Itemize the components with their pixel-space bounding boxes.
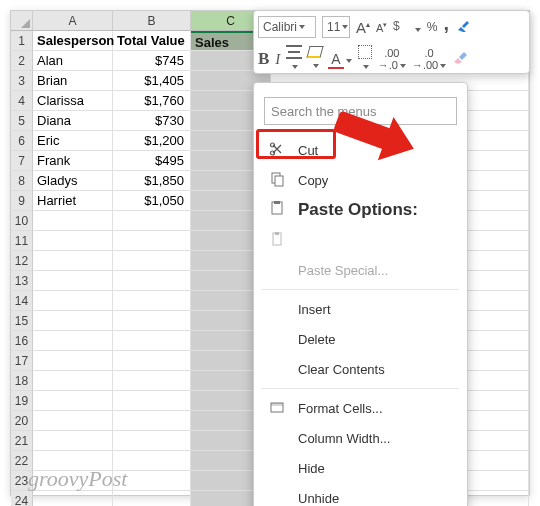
row-header[interactable]: 12: [11, 251, 33, 271]
menu-clear-contents[interactable]: Clear Contents: [254, 354, 467, 384]
cell[interactable]: Eric: [33, 131, 113, 151]
cell[interactable]: [33, 271, 113, 291]
row-header[interactable]: 7: [11, 151, 33, 171]
cell[interactable]: Brian: [33, 71, 113, 91]
cell[interactable]: [113, 271, 191, 291]
percent-format-icon[interactable]: %: [427, 20, 438, 34]
cell[interactable]: $1,050: [113, 191, 191, 211]
cell[interactable]: [33, 411, 113, 431]
decimal-increase-icon[interactable]: .0→.00: [412, 47, 446, 71]
cell[interactable]: $495: [113, 151, 191, 171]
row-header[interactable]: 2: [11, 51, 33, 71]
borders-button[interactable]: [358, 45, 372, 73]
cell[interactable]: $1,850: [113, 171, 191, 191]
cell[interactable]: Alan: [33, 51, 113, 71]
cell[interactable]: [113, 231, 191, 251]
row-header[interactable]: 5: [11, 111, 33, 131]
cell[interactable]: $1,200: [113, 131, 191, 151]
clipboard-icon: [268, 200, 286, 221]
row-header[interactable]: 13: [11, 271, 33, 291]
increase-font-icon[interactable]: A▴: [356, 19, 370, 36]
cell[interactable]: [33, 331, 113, 351]
cell[interactable]: [113, 411, 191, 431]
paste-icon: [268, 231, 286, 250]
svg-text:$: $: [393, 19, 400, 33]
cell[interactable]: $730: [113, 111, 191, 131]
column-header-a[interactable]: A: [33, 11, 113, 31]
watermark-text: groovyPost: [28, 466, 127, 492]
format-cells-icon: [268, 399, 286, 418]
cell[interactable]: [113, 491, 191, 506]
cell[interactable]: [33, 391, 113, 411]
menu-delete[interactable]: Delete: [254, 324, 467, 354]
column-header-b[interactable]: B: [113, 11, 191, 31]
cell[interactable]: [113, 331, 191, 351]
cell[interactable]: [113, 431, 191, 451]
decimal-decrease-icon[interactable]: .00→.0: [378, 47, 406, 71]
cell[interactable]: [33, 371, 113, 391]
row-header[interactable]: 24: [11, 491, 33, 506]
cell[interactable]: [33, 491, 113, 506]
cell[interactable]: [113, 291, 191, 311]
row-header[interactable]: 15: [11, 311, 33, 331]
cell[interactable]: Clarissa: [33, 91, 113, 111]
row-header[interactable]: 11: [11, 231, 33, 251]
cell[interactable]: Gladys: [33, 171, 113, 191]
cell[interactable]: [113, 351, 191, 371]
align-button[interactable]: [286, 45, 302, 73]
row-header[interactable]: 4: [11, 91, 33, 111]
cell[interactable]: [33, 291, 113, 311]
row-header[interactable]: 17: [11, 351, 33, 371]
cell[interactable]: [113, 251, 191, 271]
cell[interactable]: Salesperson: [33, 31, 113, 51]
italic-button[interactable]: I: [275, 51, 280, 68]
cell[interactable]: $1,760: [113, 91, 191, 111]
cell[interactable]: [33, 211, 113, 231]
cell[interactable]: [113, 211, 191, 231]
cell[interactable]: [33, 311, 113, 331]
row-header[interactable]: 3: [11, 71, 33, 91]
cell[interactable]: [113, 391, 191, 411]
row-header[interactable]: 21: [11, 431, 33, 451]
row-header[interactable]: 1: [11, 31, 33, 51]
row-header[interactable]: 19: [11, 391, 33, 411]
comma-format-icon[interactable]: ,: [443, 12, 449, 35]
cell[interactable]: Diana: [33, 111, 113, 131]
cell[interactable]: [33, 351, 113, 371]
cell[interactable]: $1,405: [113, 71, 191, 91]
font-size-select[interactable]: 11: [322, 16, 350, 38]
menu-unhide[interactable]: Unhide: [254, 483, 467, 506]
cell[interactable]: $745: [113, 51, 191, 71]
row-header[interactable]: 6: [11, 131, 33, 151]
row-header[interactable]: 9: [11, 191, 33, 211]
decrease-font-icon[interactable]: A▾: [376, 21, 387, 34]
menu-insert[interactable]: Insert: [254, 294, 467, 324]
menu-format-cells[interactable]: Format Cells...: [254, 393, 467, 423]
format-painter-icon[interactable]: [455, 18, 471, 37]
menu-paste-options: Paste Options:: [254, 195, 467, 225]
cell[interactable]: Total Value: [113, 31, 191, 51]
accounting-format-icon[interactable]: $: [393, 18, 420, 37]
cell[interactable]: [33, 231, 113, 251]
font-select[interactable]: Calibri: [258, 16, 316, 38]
cell[interactable]: [113, 311, 191, 331]
fill-color-button[interactable]: [308, 46, 322, 72]
select-all-corner[interactable]: [11, 11, 33, 31]
row-header[interactable]: 14: [11, 291, 33, 311]
bold-button[interactable]: B: [258, 49, 269, 69]
row-header[interactable]: 10: [11, 211, 33, 231]
row-header[interactable]: 8: [11, 171, 33, 191]
cell[interactable]: Frank: [33, 151, 113, 171]
menu-column-width[interactable]: Column Width...: [254, 423, 467, 453]
cell[interactable]: [113, 371, 191, 391]
menu-hide[interactable]: Hide: [254, 453, 467, 483]
cell[interactable]: Harriet: [33, 191, 113, 211]
cell[interactable]: [33, 251, 113, 271]
font-color-button[interactable]: A: [328, 51, 351, 67]
clear-format-icon[interactable]: [452, 50, 468, 69]
row-header[interactable]: 18: [11, 371, 33, 391]
cell[interactable]: [33, 431, 113, 451]
row-header[interactable]: 16: [11, 331, 33, 351]
row-header[interactable]: 20: [11, 411, 33, 431]
menu-copy[interactable]: Copy: [254, 165, 467, 195]
